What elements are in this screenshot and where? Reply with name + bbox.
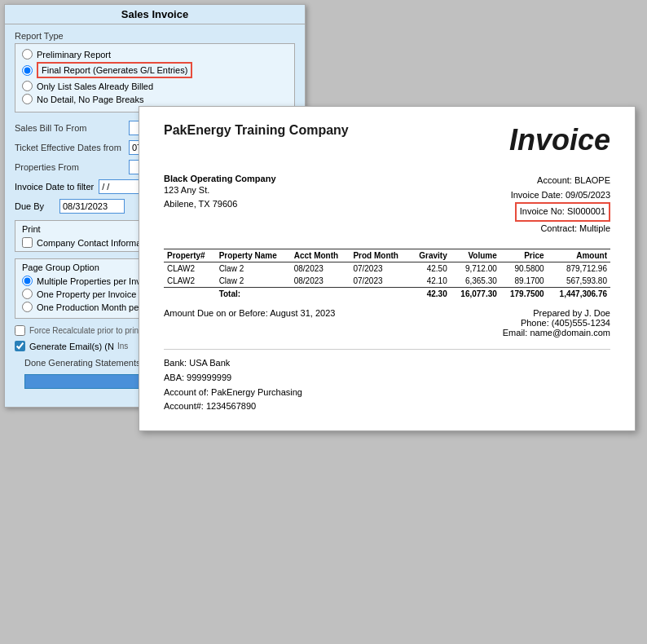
table-header-row: Property# Property Name Acct Month Prod …: [164, 249, 610, 262]
row2-prod-month: 07/2023: [350, 275, 410, 288]
total-amount: 1,447,306.76: [548, 288, 610, 301]
billing-company: Black Operating Company: [164, 174, 387, 183]
radio-only-list[interactable]: Only List Sales Already Billed: [22, 81, 288, 91]
radio-final-input[interactable]: [22, 65, 33, 76]
prepared-by-line2: Phone: (405)555-1234: [503, 318, 610, 328]
radio-only-list-input[interactable]: [22, 81, 33, 91]
col-property-name: Property Name: [216, 249, 291, 262]
ticket-dates-label: Ticket Effective Dates from: [15, 143, 129, 152]
bank-line2: ABA: 999999999: [164, 371, 610, 386]
col-amount: Amount: [548, 249, 610, 262]
amount-due-text: Amount Due on or Before: August 31, 2023: [164, 308, 335, 337]
row1-volume: 9,712.00: [451, 262, 500, 276]
due-by-input[interactable]: [59, 199, 125, 214]
row1-price: 90.5800: [500, 262, 548, 276]
prepared-by: Prepared by J. Doe Phone: (405)555-1234 …: [503, 308, 610, 337]
row1-property-name: Claw 2: [216, 262, 291, 276]
invoice-word: Invoice: [509, 123, 610, 157]
inst-label: Ins: [117, 342, 128, 351]
billing-section: Black Operating Company 123 Any St. Abil…: [164, 174, 610, 236]
row1-prod-month: 07/2023: [350, 262, 410, 276]
generate-emails-checkbox[interactable]: [15, 341, 25, 351]
total-acct: [291, 288, 350, 301]
company-contact-checkbox[interactable]: [22, 237, 33, 248]
radio-one-property-input[interactable]: [22, 289, 33, 299]
radio-one-property-label: One Property per Invoice: [37, 289, 136, 299]
radio-final[interactable]: Final Report (Generates G/L Entries): [22, 62, 288, 78]
invoice-header: PakEnergy Training Company Invoice: [164, 123, 610, 157]
radio-no-detail-label: No Detail, No Page Breaks: [37, 95, 143, 104]
total-row: Total: 42.30 16,077.30 179.7500 1,447,30…: [164, 288, 610, 301]
account-label: Account: BLAOPE: [409, 174, 610, 188]
radio-preliminary-label: Preliminary Report: [37, 50, 111, 60]
radio-preliminary-input[interactable]: [22, 49, 33, 60]
total-prod: [350, 288, 410, 301]
force-recalc-checkbox[interactable]: [15, 325, 25, 336]
prepared-by-line1: Prepared by J. Doe: [503, 308, 610, 318]
billing-right: Account: BLAOPE Invoice Date: 09/05/2023…: [409, 174, 610, 236]
row1-gravity: 42.50: [410, 262, 450, 276]
bank-line1: Bank: USA Bank: [164, 356, 610, 371]
total-volume: 16,077.30: [451, 288, 500, 301]
company-name: PakEnergy Training Company: [164, 123, 349, 138]
radio-one-production-input[interactable]: [22, 302, 33, 312]
radio-multiple-input[interactable]: [22, 276, 33, 286]
panel-title: Sales Invoice: [5, 5, 305, 24]
col-prod-month: Prod Month: [350, 249, 410, 262]
invoice-table: Property# Property Name Acct Month Prod …: [164, 249, 610, 300]
row2-price: 89.1700: [500, 275, 548, 288]
row2-property-no: CLAW2: [164, 275, 216, 288]
radio-preliminary[interactable]: Preliminary Report: [22, 49, 288, 60]
total-gravity: 42.30: [410, 288, 450, 301]
row1-property-no: CLAW2: [164, 262, 216, 276]
invoice-date-meta: Invoice Date: 09/05/2023: [409, 188, 610, 203]
radio-only-list-label: Only List Sales Already Billed: [37, 82, 153, 91]
row1-amount: 879,712.96: [548, 262, 610, 276]
billing-city: Abilene, TX 79606: [164, 197, 387, 211]
prepared-by-line3: Email: name@domain.com: [503, 328, 610, 337]
amount-due-row: Amount Due on or Before: August 31, 2023…: [164, 308, 610, 337]
report-type-label: Report Type: [15, 31, 295, 41]
col-acct-month: Acct Month: [291, 249, 350, 262]
contract-meta: Contract: Multiple: [409, 222, 610, 236]
billing-street: 123 Any St.: [164, 183, 387, 197]
radio-final-label: Final Report (Generates G/L Entries): [37, 62, 192, 78]
row2-property-name: Claw 2: [216, 275, 291, 288]
col-volume: Volume: [451, 249, 500, 262]
col-property-no: Property#: [164, 249, 216, 262]
row2-volume: 6,365.30: [451, 275, 500, 288]
col-gravity: Gravity: [410, 249, 450, 262]
sales-bill-label: Sales Bill To From: [15, 123, 129, 133]
row2-acct-month: 08/2023: [291, 275, 350, 288]
row2-gravity: 42.10: [410, 275, 450, 288]
bank-line3: Account of: PakEnergy Purchasing: [164, 386, 610, 400]
invoice-document: PakEnergy Training Company Invoice Black…: [139, 106, 636, 431]
row1-acct-month: 08/2023: [291, 262, 350, 276]
total-price: 179.7500: [500, 288, 548, 301]
invoice-date-label: Invoice Date to filter: [15, 182, 94, 192]
properties-label: Properties From: [15, 162, 129, 172]
due-by-label: Due By: [15, 201, 59, 211]
invoice-meta: Account: BLAOPE Invoice Date: 09/05/2023…: [409, 174, 610, 236]
row2-amount: 567,593.80: [548, 275, 610, 288]
bank-line4: Account#: 1234567890: [164, 399, 610, 414]
col-price: Price: [500, 249, 548, 262]
table-row: CLAW2 Claw 2 08/2023 07/2023 42.10 6,365…: [164, 275, 610, 288]
total-label-text: Total:: [216, 288, 291, 301]
invoice-no-text: Invoice No: SI000001: [515, 202, 610, 222]
bank-section: Bank: USA Bank ABA: 999999999 Account of…: [164, 349, 610, 413]
billing-left: Black Operating Company 123 Any St. Abil…: [164, 174, 387, 236]
invoice-no-box: Invoice No: SI000001: [409, 202, 610, 222]
report-type-section: Preliminary Report Final Report (Generat…: [15, 43, 295, 112]
radio-no-detail-input[interactable]: [22, 94, 33, 104]
table-row: CLAW2 Claw 2 08/2023 07/2023 42.50 9,712…: [164, 262, 610, 276]
generate-emails-label: Generate Email(s) (N: [29, 342, 114, 351]
total-label: [164, 288, 216, 301]
radio-no-detail[interactable]: No Detail, No Page Breaks: [22, 94, 288, 104]
